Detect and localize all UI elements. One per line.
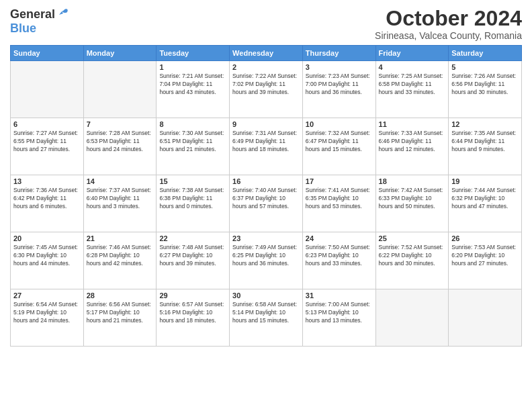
day-info: Sunrise: 7:44 AM Sunset: 6:32 PM Dayligh… <box>451 187 519 211</box>
day-number: 30 <box>232 291 300 300</box>
calendar-header-row: Sunday Monday Tuesday Wednesday Thursday… <box>11 46 522 61</box>
table-row: 29Sunrise: 6:57 AM Sunset: 5:16 PM Dayli… <box>157 289 230 347</box>
day-info: Sunrise: 7:53 AM Sunset: 6:20 PM Dayligh… <box>451 244 519 268</box>
day-number: 12 <box>451 120 519 128</box>
day-number: 8 <box>159 120 226 128</box>
day-number: 20 <box>13 234 81 242</box>
month-title: October 2024 <box>375 7 522 30</box>
col-friday: Friday <box>375 46 449 61</box>
table-row: 24Sunrise: 7:50 AM Sunset: 6:23 PM Dayli… <box>302 232 375 289</box>
table-row: 3Sunrise: 7:23 AM Sunset: 7:00 PM Daylig… <box>302 61 375 118</box>
day-number: 4 <box>379 63 446 71</box>
day-info: Sunrise: 7:25 AM Sunset: 6:58 PM Dayligh… <box>379 73 446 97</box>
col-monday: Monday <box>83 46 157 61</box>
day-number: 6 <box>13 120 81 128</box>
table-row: 28Sunrise: 6:56 AM Sunset: 5:17 PM Dayli… <box>83 289 157 347</box>
location-subtitle: Sirineasa, Valcea County, Romania <box>375 30 522 41</box>
table-row: 12Sunrise: 7:35 AM Sunset: 6:44 PM Dayli… <box>449 118 522 175</box>
day-number: 2 <box>232 63 300 71</box>
day-info: Sunrise: 6:56 AM Sunset: 5:17 PM Dayligh… <box>87 301 154 325</box>
table-row: 10Sunrise: 7:32 AM Sunset: 6:47 PM Dayli… <box>302 118 375 175</box>
logo-general: General <box>10 7 55 21</box>
table-row: 11Sunrise: 7:33 AM Sunset: 6:46 PM Dayli… <box>375 118 449 175</box>
day-number: 17 <box>306 177 373 185</box>
day-info: Sunrise: 6:58 AM Sunset: 5:14 PM Dayligh… <box>232 301 300 325</box>
day-number: 29 <box>159 291 226 300</box>
day-number: 24 <box>306 234 373 242</box>
day-info: Sunrise: 7:46 AM Sunset: 6:28 PM Dayligh… <box>87 244 154 268</box>
col-wednesday: Wednesday <box>230 46 303 61</box>
table-row: 5Sunrise: 7:26 AM Sunset: 6:56 PM Daylig… <box>449 61 522 118</box>
day-number: 19 <box>451 177 519 185</box>
day-number: 11 <box>379 120 446 128</box>
table-row: 7Sunrise: 7:28 AM Sunset: 6:53 PM Daylig… <box>83 118 157 175</box>
day-info: Sunrise: 7:00 AM Sunset: 5:13 PM Dayligh… <box>306 301 373 325</box>
day-number: 10 <box>306 120 373 128</box>
day-info: Sunrise: 7:26 AM Sunset: 6:56 PM Dayligh… <box>451 73 519 97</box>
table-row: 23Sunrise: 7:49 AM Sunset: 6:25 PM Dayli… <box>230 232 303 289</box>
table-row: 26Sunrise: 7:53 AM Sunset: 6:20 PM Dayli… <box>449 232 522 289</box>
col-tuesday: Tuesday <box>157 46 230 61</box>
day-info: Sunrise: 7:49 AM Sunset: 6:25 PM Dayligh… <box>232 244 300 268</box>
table-row: 19Sunrise: 7:44 AM Sunset: 6:32 PM Dayli… <box>449 175 522 232</box>
day-info: Sunrise: 7:48 AM Sunset: 6:27 PM Dayligh… <box>159 244 226 268</box>
day-info: Sunrise: 7:45 AM Sunset: 6:30 PM Dayligh… <box>13 244 81 268</box>
calendar-week-row: 1Sunrise: 7:21 AM Sunset: 7:04 PM Daylig… <box>11 61 522 118</box>
table-row: 6Sunrise: 7:27 AM Sunset: 6:55 PM Daylig… <box>11 118 84 175</box>
day-info: Sunrise: 7:52 AM Sunset: 6:22 PM Dayligh… <box>379 244 446 268</box>
day-number: 7 <box>87 120 154 128</box>
day-info: Sunrise: 6:54 AM Sunset: 5:19 PM Dayligh… <box>13 301 81 325</box>
table-row: 4Sunrise: 7:25 AM Sunset: 6:58 PM Daylig… <box>375 61 449 118</box>
col-sunday: Sunday <box>11 46 84 61</box>
calendar-week-row: 13Sunrise: 7:36 AM Sunset: 6:42 PM Dayli… <box>11 175 522 232</box>
day-info: Sunrise: 7:32 AM Sunset: 6:47 PM Dayligh… <box>306 130 373 154</box>
page-header: General Blue October 2024 Sirineasa, Val… <box>10 7 522 41</box>
table-row: 9Sunrise: 7:31 AM Sunset: 6:49 PM Daylig… <box>230 118 303 175</box>
col-saturday: Saturday <box>449 46 522 61</box>
day-number: 14 <box>87 177 154 185</box>
table-row: 18Sunrise: 7:42 AM Sunset: 6:33 PM Dayli… <box>375 175 449 232</box>
day-number: 16 <box>232 177 300 185</box>
table-row: 16Sunrise: 7:40 AM Sunset: 6:37 PM Dayli… <box>230 175 303 232</box>
day-info: Sunrise: 7:27 AM Sunset: 6:55 PM Dayligh… <box>13 130 81 154</box>
day-info: Sunrise: 7:28 AM Sunset: 6:53 PM Dayligh… <box>87 130 154 154</box>
table-row <box>11 61 84 118</box>
day-info: Sunrise: 7:37 AM Sunset: 6:40 PM Dayligh… <box>87 187 154 211</box>
calendar-table: Sunday Monday Tuesday Wednesday Thursday… <box>10 45 522 347</box>
table-row <box>375 289 449 347</box>
day-info: Sunrise: 6:57 AM Sunset: 5:16 PM Dayligh… <box>159 301 226 325</box>
day-info: Sunrise: 7:35 AM Sunset: 6:44 PM Dayligh… <box>451 130 519 154</box>
logo-blue: Blue <box>10 21 36 35</box>
table-row: 30Sunrise: 6:58 AM Sunset: 5:14 PM Dayli… <box>230 289 303 347</box>
day-number: 27 <box>13 291 81 300</box>
day-number: 26 <box>451 234 519 242</box>
col-thursday: Thursday <box>302 46 375 61</box>
table-row: 31Sunrise: 7:00 AM Sunset: 5:13 PM Dayli… <box>302 289 375 347</box>
title-section: October 2024 Sirineasa, Valcea County, R… <box>375 7 522 41</box>
day-number: 3 <box>306 63 373 71</box>
table-row: 14Sunrise: 7:37 AM Sunset: 6:40 PM Dayli… <box>83 175 157 232</box>
day-info: Sunrise: 7:22 AM Sunset: 7:02 PM Dayligh… <box>232 73 300 97</box>
day-number: 13 <box>13 177 81 185</box>
day-info: Sunrise: 7:33 AM Sunset: 6:46 PM Dayligh… <box>379 130 446 154</box>
table-row: 25Sunrise: 7:52 AM Sunset: 6:22 PM Dayli… <box>375 232 449 289</box>
table-row: 15Sunrise: 7:38 AM Sunset: 6:38 PM Dayli… <box>157 175 230 232</box>
calendar-week-row: 27Sunrise: 6:54 AM Sunset: 5:19 PM Dayli… <box>11 289 522 347</box>
day-number: 22 <box>159 234 226 242</box>
table-row <box>83 61 157 118</box>
day-number: 28 <box>87 291 154 300</box>
logo-bird-icon <box>55 7 70 21</box>
table-row: 17Sunrise: 7:41 AM Sunset: 6:35 PM Dayli… <box>302 175 375 232</box>
day-info: Sunrise: 7:50 AM Sunset: 6:23 PM Dayligh… <box>306 244 373 268</box>
day-info: Sunrise: 7:38 AM Sunset: 6:38 PM Dayligh… <box>159 187 226 211</box>
day-number: 23 <box>232 234 300 242</box>
day-info: Sunrise: 7:41 AM Sunset: 6:35 PM Dayligh… <box>306 187 373 211</box>
table-row <box>449 289 522 347</box>
day-number: 5 <box>451 63 519 71</box>
table-row: 27Sunrise: 6:54 AM Sunset: 5:19 PM Dayli… <box>11 289 84 347</box>
day-number: 1 <box>159 63 226 71</box>
day-number: 9 <box>232 120 300 128</box>
table-row: 8Sunrise: 7:30 AM Sunset: 6:51 PM Daylig… <box>157 118 230 175</box>
calendar-week-row: 20Sunrise: 7:45 AM Sunset: 6:30 PM Dayli… <box>11 232 522 289</box>
table-row: 13Sunrise: 7:36 AM Sunset: 6:42 PM Dayli… <box>11 175 84 232</box>
